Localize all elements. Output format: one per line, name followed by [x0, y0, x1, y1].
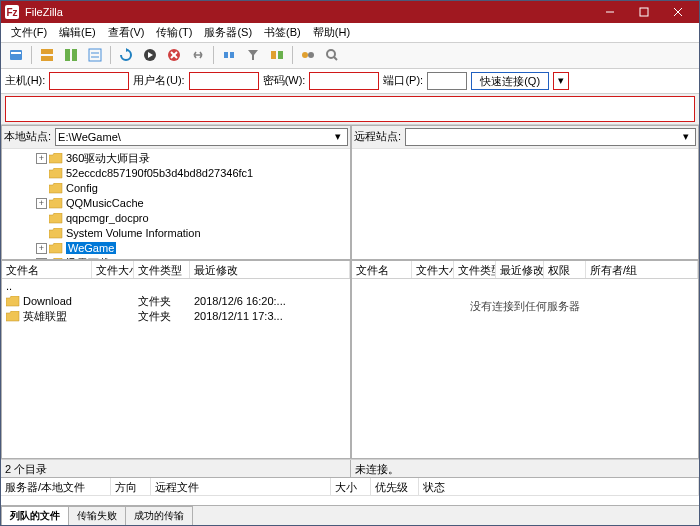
local-tree[interactable]: +360驱动大师目录52eccdc857190f05b3d4bd8d27346f… — [2, 149, 350, 259]
tree-toggle-icon[interactable]: + — [36, 258, 47, 259]
col-filetype[interactable]: 文件类型 — [454, 261, 496, 278]
toolbar-separator — [213, 46, 214, 64]
close-button[interactable] — [661, 1, 695, 23]
port-input[interactable] — [427, 72, 467, 90]
tab-failed[interactable]: 传输失败 — [68, 506, 126, 525]
reconnect-icon[interactable] — [218, 44, 240, 66]
cancel-icon[interactable] — [163, 44, 185, 66]
tree-item[interactable]: Config — [4, 181, 348, 196]
folder-icon — [49, 258, 63, 259]
menu-view[interactable]: 查看(V) — [102, 23, 151, 42]
site-manager-icon[interactable] — [5, 44, 27, 66]
search-icon[interactable] — [321, 44, 343, 66]
col-modified[interactable]: 最近修改 — [496, 261, 544, 278]
menu-help[interactable]: 帮助(H) — [307, 23, 356, 42]
toggle-log-icon[interactable] — [36, 44, 58, 66]
svg-rect-19 — [271, 51, 276, 59]
svg-point-22 — [308, 52, 314, 58]
host-label: 主机(H): — [5, 73, 45, 88]
folder-icon — [49, 213, 63, 224]
col-status[interactable]: 状态 — [419, 478, 699, 495]
folder-icon — [49, 228, 63, 239]
col-filename[interactable]: 文件名 — [352, 261, 412, 278]
queue-body[interactable] — [1, 495, 699, 505]
remote-list-body[interactable]: 没有连接到任何服务器 — [352, 279, 698, 458]
menu-transfer[interactable]: 传输(T) — [150, 23, 198, 42]
password-input[interactable] — [309, 72, 379, 90]
col-size[interactable]: 大小 — [331, 478, 371, 495]
col-filesize[interactable]: 文件大小 — [92, 261, 134, 278]
menu-bar: 文件(F) 编辑(E) 查看(V) 传输(T) 服务器(S) 书签(B) 帮助(… — [1, 23, 699, 43]
tree-item[interactable]: +QQMusicCache — [4, 196, 348, 211]
toggle-tree-icon[interactable] — [60, 44, 82, 66]
remote-list-header: 文件名 文件大小 文件类型 最近修改 权限 所有者/组 — [352, 261, 698, 279]
col-priority[interactable]: 优先级 — [371, 478, 419, 495]
tree-toggle-icon[interactable]: + — [36, 153, 47, 164]
remote-tree[interactable] — [352, 149, 698, 259]
menu-file[interactable]: 文件(F) — [5, 23, 53, 42]
quickconnect-button[interactable]: 快速连接(Q) — [471, 72, 549, 90]
svg-rect-1 — [640, 8, 648, 16]
col-permissions[interactable]: 权限 — [544, 261, 586, 278]
folder-icon — [49, 183, 63, 194]
tree-item[interactable]: +迅雷下载 — [4, 256, 348, 259]
svg-rect-9 — [72, 49, 77, 61]
file-date: 2018/12/6 16:20:... — [190, 293, 350, 309]
remote-path-combo[interactable]: ▾ — [405, 128, 696, 146]
maximize-button[interactable] — [627, 1, 661, 23]
disconnect-icon[interactable] — [187, 44, 209, 66]
file-date: 2018/12/11 17:3... — [190, 308, 350, 324]
tab-queued[interactable]: 列队的文件 — [1, 506, 69, 525]
local-pane: 本地站点: E:\WeGame\ ▾ +360驱动大师目录52eccdc8571… — [1, 125, 351, 260]
username-input[interactable] — [189, 72, 259, 90]
col-direction[interactable]: 方向 — [111, 478, 151, 495]
folder-icon — [49, 198, 63, 209]
host-input[interactable] — [49, 72, 129, 90]
svg-point-23 — [327, 50, 335, 58]
quickconnect-dropdown[interactable]: ▾ — [553, 72, 569, 90]
chevron-down-icon[interactable]: ▾ — [679, 130, 693, 143]
file-size — [92, 299, 134, 303]
tree-item[interactable]: +360驱动大师目录 — [4, 151, 348, 166]
col-owner[interactable]: 所有者/组 — [586, 261, 698, 278]
svg-rect-8 — [65, 49, 70, 61]
tree-label: WeGame — [66, 242, 116, 254]
local-path-combo[interactable]: E:\WeGame\ ▾ — [55, 128, 348, 146]
svg-rect-18 — [230, 52, 234, 58]
process-queue-icon[interactable] — [139, 44, 161, 66]
toggle-queue-icon[interactable] — [84, 44, 106, 66]
sync-browse-icon[interactable] — [297, 44, 319, 66]
refresh-icon[interactable] — [115, 44, 137, 66]
folder-icon — [49, 243, 63, 254]
list-row[interactable]: 英雄联盟文件夹2018/12/11 17:3... — [2, 309, 350, 324]
port-label: 端口(P): — [383, 73, 423, 88]
tree-toggle-icon[interactable]: + — [36, 243, 47, 254]
tree-label: qqpcmgr_docpro — [66, 212, 149, 224]
col-filename[interactable]: 文件名 — [2, 261, 92, 278]
tree-item[interactable]: qqpcmgr_docpro — [4, 211, 348, 226]
menu-edit[interactable]: 编辑(E) — [53, 23, 102, 42]
svg-rect-20 — [278, 51, 283, 59]
col-filesize[interactable]: 文件大小 — [412, 261, 454, 278]
tree-toggle-icon — [36, 228, 47, 239]
tree-item[interactable]: +WeGame — [4, 241, 348, 256]
col-remote-file[interactable]: 远程文件 — [151, 478, 331, 495]
menu-bookmarks[interactable]: 书签(B) — [258, 23, 307, 42]
tab-successful[interactable]: 成功的传输 — [125, 506, 193, 525]
filter-icon[interactable] — [242, 44, 264, 66]
tree-toggle-icon[interactable]: + — [36, 198, 47, 209]
tree-item[interactable]: 52eccdc857190f05b3d4bd8d27346fc1 — [4, 166, 348, 181]
compare-icon[interactable] — [266, 44, 288, 66]
local-list-body[interactable]: ..Download文件夹2018/12/6 16:20:...英雄联盟文件夹2… — [2, 279, 350, 458]
tree-item[interactable]: System Volume Information — [4, 226, 348, 241]
col-modified[interactable]: 最近修改 — [190, 261, 350, 278]
tree-label: Config — [66, 182, 98, 194]
file-size — [92, 284, 134, 288]
minimize-button[interactable] — [593, 1, 627, 23]
col-server-local[interactable]: 服务器/本地文件 — [1, 478, 111, 495]
menu-server[interactable]: 服务器(S) — [198, 23, 258, 42]
local-list-header: 文件名 文件大小 文件类型 最近修改 — [2, 261, 350, 279]
chevron-down-icon[interactable]: ▾ — [331, 130, 345, 143]
message-log[interactable] — [5, 96, 695, 122]
col-filetype[interactable]: 文件类型 — [134, 261, 190, 278]
